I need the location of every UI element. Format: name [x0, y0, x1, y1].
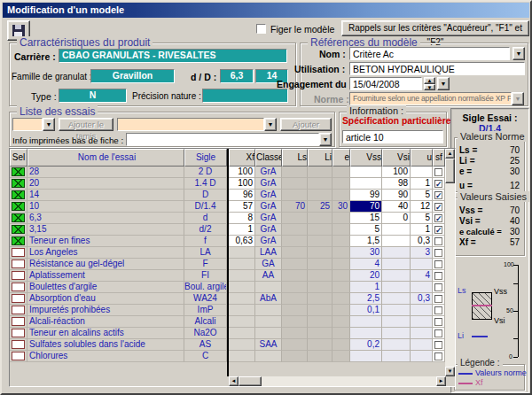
- cell-vsi[interactable]: [382, 259, 411, 270]
- cell-vss[interactable]: [350, 316, 382, 328]
- cell-vss[interactable]: 15: [350, 213, 382, 224]
- cell-vss[interactable]: 99: [350, 190, 382, 201]
- sf-checkbox[interactable]: [434, 283, 442, 291]
- article-field[interactable]: [342, 130, 443, 143]
- sf-checkbox[interactable]: [434, 237, 442, 245]
- row-select-button[interactable]: [10, 293, 27, 305]
- title-bar[interactable]: Modification d'un modele: [3, 3, 529, 18]
- cell-xf[interactable]: 8: [229, 213, 255, 224]
- famille-field[interactable]: Gravillon: [90, 69, 175, 83]
- cell-xf[interactable]: [229, 328, 255, 339]
- cell-vss[interactable]: 2,5: [350, 293, 382, 305]
- sf-checkbox[interactable]: ✓: [434, 180, 442, 188]
- cell-vss[interactable]: 0,2: [350, 339, 382, 351]
- cell-u[interactable]: [411, 282, 433, 293]
- column-header-xf[interactable]: Xf: [229, 149, 255, 167]
- cell-xf[interactable]: [229, 247, 255, 259]
- sf-checkbox-cell[interactable]: [433, 351, 445, 362]
- cell-u[interactable]: [411, 305, 433, 316]
- cell-u[interactable]: [411, 328, 433, 339]
- column-header-li[interactable]: Li: [308, 149, 332, 167]
- cell-xf[interactable]: [229, 259, 255, 270]
- nom-combobox[interactable]: [349, 47, 510, 60]
- date-spin-down-button[interactable]: ▼: [424, 84, 435, 90]
- nom-dropdown-button[interactable]: ▼: [512, 47, 525, 60]
- cell-xf[interactable]: [229, 351, 255, 362]
- column-header-sel[interactable]: Sel: [10, 149, 27, 167]
- cell-xf[interactable]: [229, 305, 255, 316]
- vertical-scroll-thumb[interactable]: [445, 159, 455, 183]
- sf-checkbox-cell[interactable]: [433, 293, 445, 305]
- cell-vsi[interactable]: [382, 282, 411, 293]
- cell-vsi[interactable]: 0: [382, 213, 411, 224]
- row-select-button[interactable]: [10, 305, 27, 316]
- cell-u[interactable]: 3: [411, 247, 433, 259]
- cell-vsi[interactable]: [382, 293, 411, 305]
- cell-u[interactable]: [411, 259, 433, 270]
- sf-checkbox-cell[interactable]: ✓: [433, 190, 445, 201]
- sf-checkbox-cell[interactable]: [433, 236, 445, 247]
- row-select-button[interactable]: [10, 328, 27, 339]
- cell-vss[interactable]: 20: [350, 270, 382, 282]
- sf-checkbox[interactable]: [434, 168, 442, 176]
- date-dropdown-button[interactable]: ▼: [437, 77, 450, 90]
- figer-checkbox[interactable]: [256, 24, 266, 34]
- cell-u[interactable]: [411, 316, 433, 328]
- column-header-sigle[interactable]: Sigle: [184, 149, 227, 167]
- cell-u[interactable]: [411, 167, 433, 178]
- row-select-button[interactable]: [10, 282, 27, 293]
- sf-checkbox[interactable]: ✓: [434, 214, 442, 222]
- horizontal-scrollbar[interactable]: ◄ ►: [229, 376, 446, 386]
- cell-vsi[interactable]: [382, 339, 411, 351]
- cell-vsi[interactable]: [382, 224, 411, 236]
- row-select-button[interactable]: [10, 316, 27, 328]
- d-field[interactable]: 6,3: [220, 69, 254, 83]
- sf-checkbox-cell[interactable]: [433, 339, 445, 351]
- cell-vsi[interactable]: [382, 328, 411, 339]
- tamis-dropdown-button[interactable]: ▼: [43, 118, 55, 131]
- horizontal-scroll-thumb[interactable]: [239, 376, 262, 386]
- cell-xf[interactable]: [229, 270, 255, 282]
- cell-vss[interactable]: 1,5: [350, 236, 382, 247]
- utilisation-field[interactable]: [349, 62, 525, 75]
- cell-vss[interactable]: 1: [350, 282, 382, 293]
- essai-combobox[interactable]: [117, 118, 264, 131]
- precision-field[interactable]: [202, 89, 288, 103]
- cell-xf[interactable]: [229, 293, 255, 305]
- sf-checkbox[interactable]: [434, 318, 442, 326]
- row-select-button[interactable]: [10, 190, 27, 201]
- cell-u[interactable]: [411, 351, 433, 362]
- sf-checkbox-cell[interactable]: [433, 259, 445, 270]
- row-select-button[interactable]: [10, 247, 27, 259]
- row-select-button[interactable]: [10, 351, 27, 362]
- essai-dropdown-button[interactable]: ▼: [264, 118, 277, 131]
- cell-vsi[interactable]: 98: [382, 178, 411, 190]
- date-spin-up-button[interactable]: ▲: [424, 77, 435, 84]
- column-header-nom[interactable]: Nom de l'essai: [27, 149, 184, 167]
- sf-checkbox[interactable]: [434, 352, 442, 360]
- column-header-e[interactable]: e: [332, 149, 350, 167]
- type-field[interactable]: N: [59, 89, 127, 103]
- column-header-ls[interactable]: Ls: [282, 149, 308, 167]
- row-select-button[interactable]: [10, 224, 27, 236]
- scroll-down-button[interactable]: ▼: [445, 367, 455, 376]
- row-select-button[interactable]: [10, 270, 27, 282]
- cell-vsi[interactable]: [382, 247, 411, 259]
- cell-vss[interactable]: [350, 178, 382, 190]
- cell-vsi[interactable]: [382, 236, 411, 247]
- cell-vsi[interactable]: 40: [382, 201, 411, 213]
- cell-vsi[interactable]: [382, 316, 411, 328]
- sf-checkbox-cell[interactable]: ✓: [433, 178, 445, 190]
- row-select-button[interactable]: [10, 178, 27, 190]
- cell-xf[interactable]: [229, 316, 255, 328]
- cell-vsi[interactable]: 100: [382, 167, 411, 178]
- cell-vss[interactable]: 4: [350, 259, 382, 270]
- cell-u[interactable]: 1: [411, 224, 433, 236]
- ajouter-essai-button[interactable]: Ajouter l'essai: [280, 118, 332, 131]
- sf-checkbox[interactable]: [434, 341, 442, 349]
- cell-vss[interactable]: [350, 167, 382, 178]
- cell-xf[interactable]: [229, 339, 255, 351]
- cell-u[interactable]: 4: [411, 270, 433, 282]
- sf-checkbox-cell[interactable]: [433, 247, 445, 259]
- scroll-up-button[interactable]: ▲: [445, 149, 455, 159]
